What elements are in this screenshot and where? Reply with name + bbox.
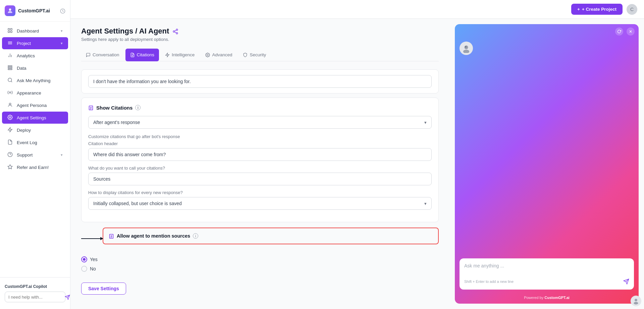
radio-yes[interactable]: Yes — [81, 256, 439, 262]
tabs: Conversation Citations Intelligence — [81, 49, 439, 61]
topbar: + + Create Project C — [70, 0, 644, 19]
no-info-input[interactable] — [88, 75, 432, 88]
sidebar: CustomGPT.ai Dashboard ▾ Project ▾ — [0, 0, 70, 309]
conversation-tab-icon — [86, 52, 91, 57]
chat-input-placeholder[interactable]: Ask me anything ... — [464, 263, 629, 268]
tab-security[interactable]: Security — [238, 49, 271, 61]
page-title: Agent Settings / AI Agent — [81, 27, 439, 36]
dashboard-icon — [7, 28, 13, 34]
settings-panel: Agent Settings / AI Agent Settings here … — [70, 19, 449, 309]
radio-yes-circle — [81, 256, 87, 262]
tab-conversation[interactable]: Conversation — [81, 49, 124, 61]
chevron-down-icon: ▾ — [61, 153, 63, 157]
dropdown-chevron-icon: ▾ — [424, 120, 427, 125]
sidebar-item-label: Appearance — [17, 90, 41, 96]
chat-spacer — [455, 58, 639, 258]
citations-position-dropdown[interactable]: After agent's response ▾ — [88, 116, 432, 129]
show-citations-label: Show Citations — [96, 105, 132, 111]
create-project-button[interactable]: + + Create Project — [571, 4, 623, 15]
sidebar-item-label: Agent Settings — [17, 115, 46, 120]
svg-rect-5 — [10, 31, 12, 33]
sidebar-item-project[interactable]: Project ▾ — [2, 37, 68, 49]
show-citations-title: Show Citations i — [88, 105, 432, 111]
svg-point-34 — [635, 299, 637, 301]
svg-point-12 — [9, 117, 11, 118]
sidebar-item-label: Data — [17, 66, 26, 71]
svg-marker-13 — [8, 128, 12, 132]
copilot-input-wrap — [5, 292, 65, 302]
radio-no-circle — [81, 266, 87, 272]
sidebar-item-label: Refer and Earn! — [17, 165, 49, 170]
sidebar-item-refer[interactable]: Refer and Earn! — [2, 161, 68, 173]
chat-input-area: Ask me anything ... Shift + Enter to add… — [460, 258, 634, 290]
tab-advanced[interactable]: Advanced — [201, 49, 237, 61]
sidebar-logo: CustomGPT.ai — [0, 0, 70, 22]
svg-point-35 — [634, 302, 638, 305]
main: + + Create Project C Agent Settings / AI… — [70, 0, 644, 309]
arrow-row: ▶ Allow agent to mention sources i — [81, 228, 439, 250]
svg-marker-25 — [166, 53, 169, 57]
create-project-label: + Create Project — [582, 7, 616, 12]
sidebar-item-dashboard[interactable]: Dashboard ▾ — [2, 25, 68, 37]
copilot-send-icon[interactable] — [65, 294, 70, 300]
tab-security-label: Security — [250, 52, 266, 57]
clock-icon[interactable] — [60, 8, 65, 14]
refresh-icon[interactable] — [615, 27, 623, 36]
plus-icon: + — [577, 7, 580, 12]
page-subtitle: Settings here apply to all deployment op… — [81, 37, 439, 42]
sidebar-item-agent-persona[interactable]: Agent Persona — [2, 99, 68, 111]
content: Agent Settings / AI Agent Settings here … — [70, 19, 644, 309]
data-icon — [7, 65, 13, 71]
tab-citations-label: Citations — [137, 52, 155, 57]
persona-icon — [7, 102, 13, 108]
citations-tab-icon — [130, 52, 135, 57]
svg-line-21 — [175, 32, 176, 33]
analytics-icon — [7, 53, 13, 59]
sidebar-item-event-log[interactable]: Event Log — [2, 136, 68, 148]
share-icon[interactable] — [172, 28, 178, 35]
sidebar-item-support[interactable]: Support ▾ — [2, 149, 68, 161]
arrowhead-icon: ▶ — [100, 236, 103, 241]
sidebar-item-appearance[interactable]: Appearance — [2, 87, 68, 99]
powered-by-text: Powered by CustomGPT.ai — [524, 296, 570, 300]
sidebar-item-ask-me-anything[interactable]: Ask Me Anything — [2, 74, 68, 86]
citations-info-icon[interactable]: i — [135, 105, 141, 110]
chat-send-button[interactable] — [623, 278, 629, 285]
close-preview-icon[interactable] — [627, 27, 635, 36]
citation-header-input[interactable] — [88, 148, 432, 161]
citations-display-value: Initially collapsed, but user choice is … — [93, 201, 182, 206]
svg-point-19 — [173, 31, 175, 33]
chevron-down-icon: ▾ — [61, 29, 63, 33]
tab-intelligence[interactable]: Intelligence — [160, 49, 199, 61]
sidebar-item-agent-settings[interactable]: Agent Settings — [2, 112, 68, 124]
sidebar-bottom: CustomGPT.ai Copilot — [0, 277, 70, 309]
sidebar-item-label: Support — [17, 152, 33, 158]
chat-preview-top — [455, 24, 639, 39]
page-title-text: Agent Settings / AI Agent — [81, 27, 169, 36]
appearance-icon — [7, 90, 13, 96]
sidebar-item-data[interactable]: Data — [2, 62, 68, 74]
svg-rect-7 — [8, 67, 12, 68]
citations-display-dropdown[interactable]: Initially collapsed, but user choice is … — [88, 197, 432, 210]
svg-rect-8 — [8, 69, 12, 70]
allow-info-icon[interactable]: i — [193, 233, 198, 239]
citations-section-icon — [88, 105, 94, 111]
arrow-line: ▶ — [81, 238, 101, 239]
radio-yes-label: Yes — [90, 257, 98, 262]
citations-name-input[interactable] — [88, 173, 432, 185]
ask-icon — [7, 77, 13, 83]
copilot-input[interactable] — [8, 295, 65, 300]
display-label: How to display citations for every new r… — [88, 190, 432, 195]
radio-no-label: No — [90, 266, 96, 271]
tab-citations[interactable]: Citations — [125, 49, 159, 61]
sidebar-item-label: Project — [17, 41, 31, 46]
powered-by-bar: Powered by CustomGPT.ai — [455, 294, 639, 304]
sidebar-item-deploy[interactable]: Deploy — [2, 124, 68, 136]
sidebar-item-analytics[interactable]: Analytics — [2, 50, 68, 62]
powered-by-label: Powered by — [524, 296, 544, 300]
refer-icon — [7, 164, 13, 170]
sidebar-item-label: Ask Me Anything — [17, 78, 51, 83]
save-settings-button[interactable]: Save Settings — [81, 283, 126, 295]
radio-no[interactable]: No — [81, 266, 439, 272]
tab-intelligence-label: Intelligence — [172, 52, 195, 57]
